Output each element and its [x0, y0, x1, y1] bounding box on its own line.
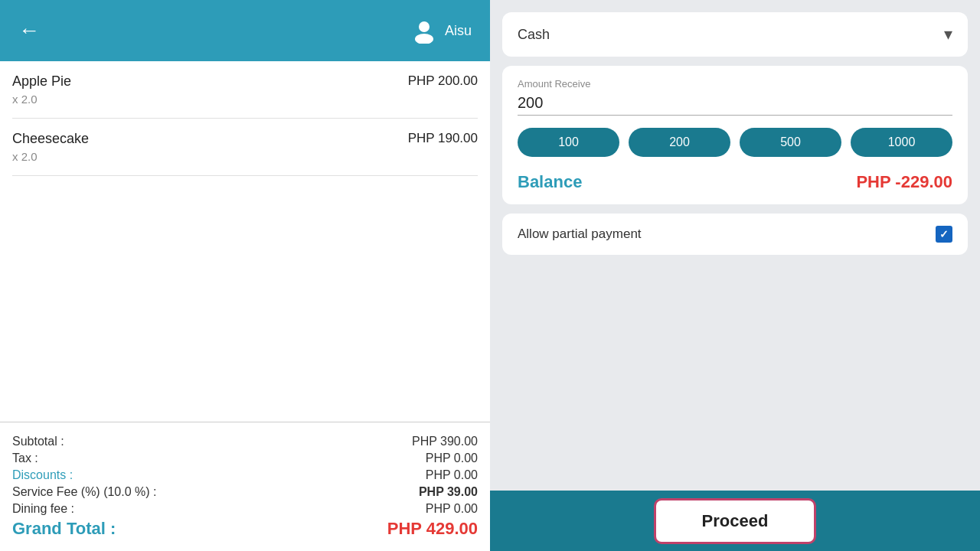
- svg-point-0: [419, 21, 430, 32]
- proceed-button[interactable]: Proceed: [654, 498, 817, 544]
- dining-fee-value: PHP 0.00: [426, 502, 478, 516]
- left-panel: ← Aisu Apple Pie x 2.0 PHP 200.00 Cheese…: [0, 0, 490, 551]
- user-avatar-icon: [411, 18, 437, 44]
- service-fee-label: Service Fee (%) (10.0 %) :: [12, 485, 157, 499]
- service-fee-row: Service Fee (%) (10.0 %) : PHP 39.00: [12, 485, 478, 499]
- dining-fee-label: Dining fee :: [12, 502, 74, 516]
- partial-payment-row: Allow partial payment: [518, 226, 952, 243]
- subtotal-label: Subtotal :: [12, 435, 64, 448]
- header: ← Aisu: [0, 0, 490, 61]
- tax-label: Tax :: [12, 452, 38, 465]
- back-icon: ←: [18, 18, 40, 43]
- username: Aisu: [445, 23, 472, 39]
- balance-label: Balance: [518, 172, 582, 192]
- grand-total-row: Grand Total : PHP 429.00: [12, 519, 478, 539]
- discounts-value: PHP 0.00: [426, 468, 478, 482]
- partial-payment-label: Allow partial payment: [518, 227, 642, 242]
- back-button[interactable]: ←: [18, 18, 40, 43]
- partial-payment-checkbox[interactable]: [936, 226, 952, 243]
- discounts-label: Discounts :: [12, 468, 73, 482]
- grand-total-value: PHP 429.00: [387, 519, 478, 539]
- item-price-0: PHP 200.00: [408, 73, 478, 89]
- quick-amount-1000[interactable]: 1000: [851, 128, 952, 157]
- amount-input[interactable]: [518, 94, 952, 116]
- subtotal-row: Subtotal : PHP 390.00: [12, 435, 478, 448]
- balance-value: PHP -229.00: [856, 172, 952, 192]
- payment-method-card: Cash ▾: [502, 12, 968, 57]
- grand-total-label: Grand Total :: [12, 519, 116, 539]
- bottom-bar: Proceed: [490, 491, 980, 551]
- tax-value: PHP 0.00: [426, 452, 478, 465]
- discounts-row: Discounts : PHP 0.00: [12, 468, 478, 482]
- svg-point-1: [415, 34, 433, 44]
- totals-section: Subtotal : PHP 390.00 Tax : PHP 0.00 Dis…: [0, 422, 490, 551]
- order-item-0: Apple Pie x 2.0 PHP 200.00: [12, 61, 478, 119]
- quick-amount-500[interactable]: 500: [740, 128, 841, 157]
- subtotal-value: PHP 390.00: [412, 435, 478, 448]
- user-info: Aisu: [411, 18, 472, 44]
- amount-card: Amount Receive 100 200 500 1000 Balance …: [502, 66, 968, 204]
- tax-row: Tax : PHP 0.00: [12, 452, 478, 465]
- item-name-1: Cheesecake: [12, 131, 89, 147]
- payment-method-label: Cash: [518, 27, 550, 43]
- quick-amount-100[interactable]: 100: [518, 128, 619, 157]
- order-items-list: Apple Pie x 2.0 PHP 200.00 Cheesecake x …: [0, 61, 490, 242]
- dining-fee-row: Dining fee : PHP 0.00: [12, 502, 478, 516]
- dropdown-arrow-icon: ▾: [944, 24, 952, 44]
- amount-receive-label: Amount Receive: [518, 78, 952, 90]
- item-qty-0: x 2.0: [12, 93, 71, 106]
- item-qty-1: x 2.0: [12, 150, 89, 163]
- balance-row: Balance PHP -229.00: [518, 172, 952, 192]
- service-fee-value: PHP 39.00: [419, 485, 478, 499]
- item-details-0: Apple Pie x 2.0: [12, 73, 71, 106]
- item-name-0: Apple Pie: [12, 73, 71, 90]
- partial-payment-card: Allow partial payment: [502, 214, 968, 255]
- right-panel: Cash ▾ Amount Receive 100 200 500 1000 B…: [490, 0, 980, 551]
- order-item-1: Cheesecake x 2.0 PHP 190.00: [12, 119, 478, 176]
- quick-amounts-row: 100 200 500 1000: [518, 128, 952, 157]
- payment-method-dropdown[interactable]: Cash ▾: [518, 24, 952, 44]
- item-price-1: PHP 190.00: [408, 131, 478, 146]
- quick-amount-200[interactable]: 200: [629, 128, 730, 157]
- item-details-1: Cheesecake x 2.0: [12, 131, 89, 163]
